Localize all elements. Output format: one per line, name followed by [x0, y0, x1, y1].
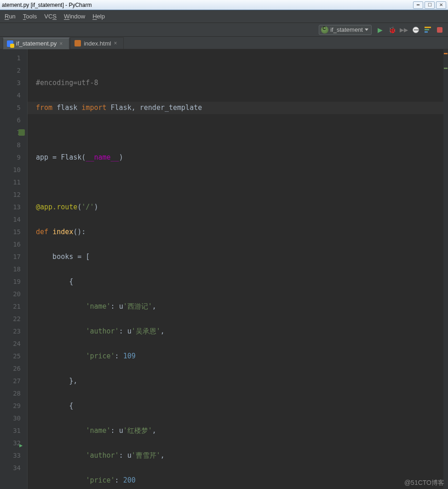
line-number[interactable]: 31: [0, 425, 21, 437]
line-number[interactable]: 24: [0, 338, 21, 350]
tab-label: index.html: [84, 40, 111, 47]
line-number[interactable]: 12: [0, 189, 21, 201]
gutter[interactable]: ▶ 12345678910111213141516171819202122232…: [0, 49, 28, 489]
line-number[interactable]: 14: [0, 213, 21, 226]
line-number[interactable]: 16: [0, 238, 21, 251]
menu-tools[interactable]: Tools: [20, 12, 40, 21]
line-number[interactable]: 34: [0, 462, 21, 474]
chevron-down-icon: [365, 29, 368, 31]
line-number[interactable]: 15: [0, 226, 21, 238]
line-number[interactable]: 5: [0, 102, 21, 114]
line-number[interactable]: 21: [0, 300, 21, 313]
python-file-icon: [7, 40, 13, 47]
line-number[interactable]: 19: [0, 276, 21, 288]
menu-run[interactable]: Run: [2, 12, 18, 21]
line-number[interactable]: 1: [0, 52, 21, 64]
minimize-button[interactable]: ━: [413, 1, 423, 9]
search-everywhere-button[interactable]: [424, 26, 431, 34]
line-number[interactable]: 23: [0, 325, 21, 338]
menu-window[interactable]: Window: [61, 12, 88, 21]
run-configuration-selector[interactable]: if_statement: [319, 25, 372, 35]
debug-button[interactable]: 🐞: [388, 26, 396, 34]
editor: ▶ 12345678910111213141516171819202122232…: [0, 49, 448, 489]
line-number[interactable]: 13: [0, 201, 21, 213]
line-number[interactable]: 33: [0, 449, 21, 462]
tab-label: if_statement.py: [16, 40, 57, 47]
maximize-button[interactable]: ☐: [425, 1, 435, 9]
code-area[interactable]: #encoding=utf-8 from flask import Flask,…: [28, 49, 448, 489]
line-number[interactable]: 11: [0, 176, 21, 189]
line-number[interactable]: 9: [0, 151, 21, 164]
close-tab-icon[interactable]: ×: [59, 40, 63, 47]
code-text: #encoding=utf-8: [36, 79, 98, 87]
line-number[interactable]: 3: [0, 77, 21, 89]
stop-button[interactable]: [436, 26, 443, 34]
line-number[interactable]: 22: [0, 313, 21, 325]
line-number[interactable]: 6: [0, 114, 21, 127]
marker-strip[interactable]: [443, 49, 448, 489]
profile-button[interactable]: [412, 26, 419, 34]
line-number[interactable]: 4: [0, 89, 21, 102]
line-number[interactable]: 28: [0, 387, 21, 400]
window-controls: ━ ☐ ✕: [413, 1, 446, 9]
line-number[interactable]: 7: [0, 127, 21, 139]
line-number[interactable]: 18: [0, 263, 21, 276]
menu-help[interactable]: Help: [90, 12, 108, 21]
python-config-icon: [321, 26, 328, 34]
line-number[interactable]: 10: [0, 164, 21, 176]
line-number[interactable]: 27: [0, 375, 21, 387]
tab-index-html[interactable]: index.html ×: [70, 37, 124, 49]
run-toolbar: if_statement ▶ 🐞 ▶▶: [0, 23, 448, 37]
close-tab-icon[interactable]: ×: [114, 40, 117, 46]
line-number[interactable]: 8: [0, 139, 21, 151]
html-file-icon: [75, 40, 81, 46]
line-number[interactable]: 32: [0, 437, 21, 449]
line-number[interactable]: 2: [0, 64, 21, 77]
line-number[interactable]: 30: [0, 412, 21, 425]
window-title: atement.py [if_statement] - PyCharm: [2, 2, 92, 8]
close-window-button[interactable]: ✕: [436, 1, 446, 9]
tab-if-statement[interactable]: if_statement.py ×: [3, 38, 69, 49]
main-menu: Run Tools VCS Window Help: [0, 10, 448, 23]
watermark: @51CTO博客: [404, 479, 444, 487]
marker[interactable]: [444, 68, 448, 69]
run-button[interactable]: ▶: [376, 26, 384, 34]
line-number[interactable]: 29: [0, 400, 21, 412]
html-template-gutter-icon[interactable]: [18, 129, 25, 136]
editor-tabs: if_statement.py × index.html ×: [0, 37, 448, 49]
warning-marker[interactable]: [444, 53, 448, 54]
line-number[interactable]: 25: [0, 350, 21, 362]
run-configuration-label: if_statement: [330, 26, 363, 33]
line-number[interactable]: 20: [0, 288, 21, 300]
line-number[interactable]: 17: [0, 251, 21, 263]
window-titlebar: atement.py [if_statement] - PyCharm ━ ☐ …: [0, 0, 448, 10]
run-gutter-icon[interactable]: ▶: [19, 439, 23, 452]
line-number[interactable]: 26: [0, 362, 21, 375]
menu-vcs[interactable]: VCS: [41, 12, 59, 21]
run-coverage-button[interactable]: ▶▶: [400, 26, 408, 34]
